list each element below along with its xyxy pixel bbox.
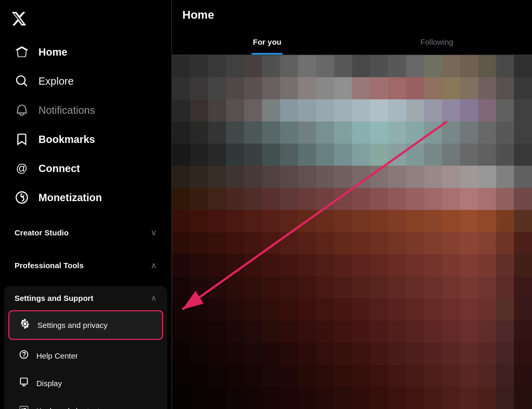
settings-support-header[interactable]: Settings and Support ∧ [4,286,167,310]
x-logo[interactable] [0,4,171,35]
sidebar-item-monetization[interactable]: Monetization [4,184,167,211]
sidebar: Home Explore Notifications Bookmarks @ C… [0,0,171,409]
settings-support-label: Settings and Support [15,294,94,302]
explore-label: Explore [38,75,74,87]
monetization-label: Monetization [38,192,102,204]
sidebar-item-bookmarks[interactable]: Bookmarks [4,126,167,153]
sidebar-item-home[interactable]: Home [4,38,167,65]
page-title: Home [182,8,522,22]
tab-for-you[interactable]: For you [182,29,352,55]
display-label: Display [36,379,62,388]
creator-studio-chevron: ∨ [151,228,157,238]
feed-area [172,55,532,409]
display-icon [19,377,29,390]
settings-gear-icon [20,319,30,332]
home-label: Home [38,46,68,58]
creator-studio-collapsible[interactable]: Creator Studio ∨ [4,220,167,245]
settings-support-section: Settings and Support ∧ Settings and priv… [4,286,167,409]
help-center-item[interactable]: Help Center [8,342,163,370]
home-icon [15,45,29,59]
help-center-label: Help Center [36,351,78,360]
settings-privacy-item[interactable]: Settings and privacy [8,310,163,340]
bookmarks-label: Bookmarks [38,134,95,146]
main-content: Home For you Following [171,0,532,409]
keyboard-shortcuts-label: Keyboard shortcuts [36,406,103,409]
tabs-row: For you Following [182,29,522,55]
settings-support-chevron: ∧ [151,293,157,303]
keyboard-shortcuts-item[interactable]: Keyboard shortcuts [8,397,163,409]
bookmarks-icon [15,132,29,147]
tab-following[interactable]: Following [352,29,522,55]
monetization-icon [15,190,29,205]
notifications-icon [15,103,29,117]
sidebar-item-explore[interactable]: Explore [4,68,167,95]
settings-privacy-label: Settings and privacy [37,321,108,329]
help-center-icon [19,349,29,362]
professional-tools-collapsible[interactable]: Professional Tools ∧ [4,253,167,278]
creator-studio-label: Creator Studio [15,228,69,237]
notifications-label: Notifications [38,104,95,116]
connect-label: Connect [38,163,80,175]
keyboard-shortcuts-icon [19,404,29,409]
sidebar-item-notifications[interactable]: Notifications [4,97,167,124]
main-header: Home For you Following [172,0,532,55]
explore-icon [15,74,29,88]
professional-tools-chevron: ∧ [151,260,157,270]
display-item[interactable]: Display [8,370,163,397]
connect-icon: @ [15,161,29,176]
professional-tools-label: Professional Tools [15,261,84,270]
sidebar-item-connect[interactable]: @ Connect [4,155,167,182]
